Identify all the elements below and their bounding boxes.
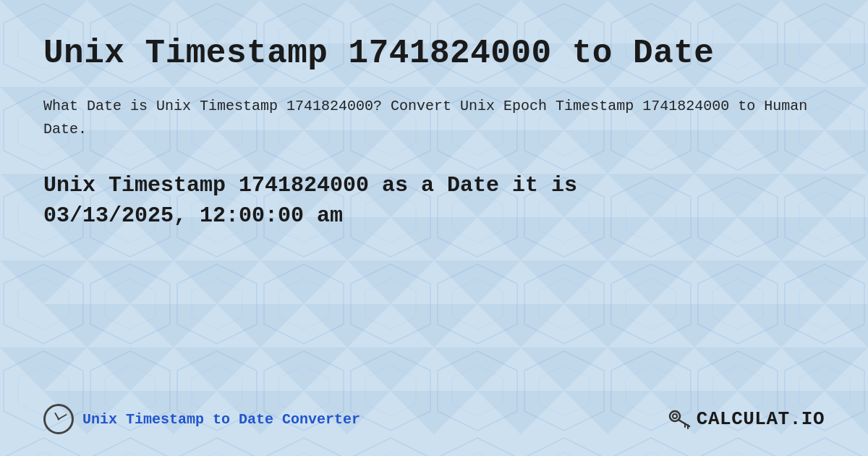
logo-text: CALCULAT.IO (697, 408, 825, 430)
result-text: Unix Timestamp 1741824000 as a Date it i… (43, 170, 825, 231)
footer: Unix Timestamp to Date Converter CALCULA… (43, 389, 825, 434)
result-line1: Unix Timestamp 1741824000 as a Date it i… (43, 173, 577, 198)
clock-icon (43, 404, 74, 434)
page-description: What Date is Unix Timestamp 1741824000? … (43, 95, 825, 141)
result-line2: 03/13/2025, 12:00:00 am (43, 203, 343, 228)
svg-point-105 (673, 414, 677, 418)
logo-icon (666, 406, 692, 432)
logo-area: CALCULAT.IO (666, 406, 825, 432)
page-title: Unix Timestamp 1741824000 to Date (43, 35, 825, 73)
result-section: Unix Timestamp 1741824000 as a Date it i… (43, 170, 825, 231)
footer-link-text[interactable]: Unix Timestamp to Date Converter (82, 411, 360, 428)
footer-left: Unix Timestamp to Date Converter (43, 404, 360, 434)
